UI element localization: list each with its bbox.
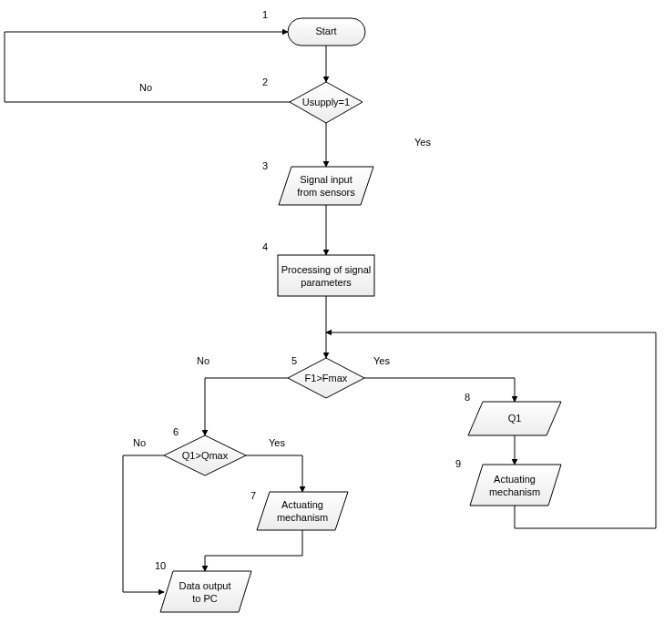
step-num-2: 2 (262, 77, 268, 87)
node-actuating-7: Actuating mechanism 7 (250, 490, 348, 530)
edge-2-yes-label: Yes (414, 137, 431, 148)
svg-marker-9 (160, 571, 251, 612)
step-num-7: 7 (250, 490, 256, 501)
node-usupply-decision: Usupply=1 2 (262, 77, 363, 123)
edge-7-10 (205, 530, 302, 571)
node-processing-label-l2: parameters (301, 277, 352, 288)
node-actuating-7-l1: Actuating (281, 499, 323, 510)
node-start: Start 1 (262, 9, 365, 46)
node-actuating-9-l2: mechanism (489, 486, 540, 497)
edge-6-7-yes (246, 455, 302, 492)
node-q1-label: Q1 (508, 413, 522, 424)
step-num-6: 6 (173, 426, 179, 437)
node-data-output-l1: Data output (179, 580, 231, 591)
step-num-4: 4 (262, 241, 268, 252)
edge-6-no-label: No (133, 437, 146, 448)
step-num-10: 10 (155, 560, 166, 571)
node-actuating-9-l1: Actuating (494, 474, 536, 485)
node-q1-qmax-label: Q1>Qmax (182, 450, 229, 461)
flowchart-canvas: No Yes No Yes Yes No Start 1 Usupply=1 2… (0, 0, 664, 644)
node-signal-input: Signal input from sensors 3 (262, 160, 373, 205)
edge-5-8-yes (364, 378, 515, 402)
step-num-8: 8 (465, 392, 470, 403)
node-signal-input-label-l1: Signal input (300, 174, 352, 185)
node-processing: Processing of signal parameters 4 (262, 241, 374, 296)
node-signal-input-label-l2: from sensors (297, 187, 355, 198)
edge-5-yes-label: Yes (373, 355, 390, 366)
svg-marker-8 (470, 465, 561, 506)
step-num-5: 5 (291, 355, 297, 366)
edge-6-yes-label: Yes (269, 437, 285, 448)
svg-rect-3 (278, 255, 374, 296)
step-num-1: 1 (262, 9, 268, 20)
node-f1-fmax-decision: F1>Fmax 5 (288, 355, 364, 398)
step-num-3: 3 (262, 160, 268, 171)
node-processing-label-l1: Processing of signal (281, 264, 371, 275)
node-actuating-9: Actuating mechanism 9 (455, 458, 561, 506)
node-f1-fmax-label: F1>Fmax (305, 373, 348, 383)
node-start-label: Start (315, 26, 336, 36)
edge-6-10-no (123, 455, 164, 592)
edge-5-no-label: No (197, 355, 209, 366)
node-actuating-7-l2: mechanism (277, 512, 328, 523)
node-data-output: Data output to PC 10 (155, 560, 251, 612)
edge-2-no-label: No (139, 82, 152, 93)
edge-5-6-no (205, 378, 288, 435)
step-num-9: 9 (455, 458, 461, 469)
node-usupply-label: Usupply=1 (302, 97, 350, 107)
node-q1: Q1 8 (465, 392, 561, 435)
node-data-output-l2: to PC (192, 593, 218, 604)
